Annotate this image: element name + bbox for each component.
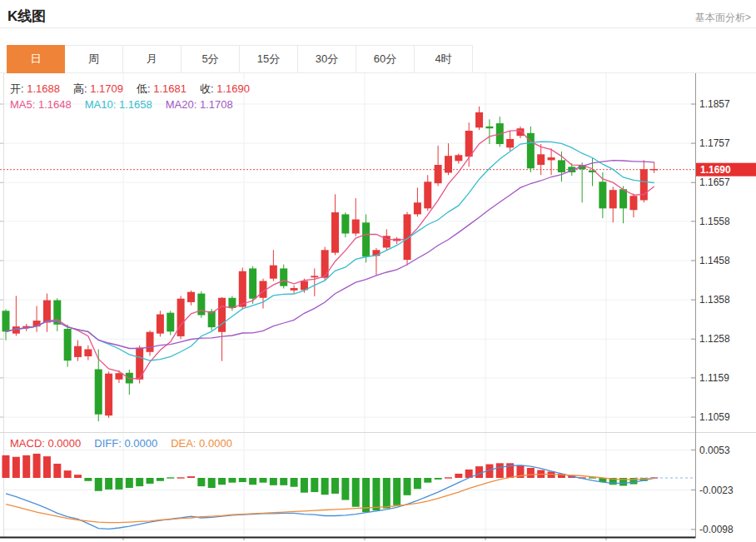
macd-bar: [424, 478, 431, 483]
svg-text:-0.0023: -0.0023: [699, 485, 734, 496]
candle: [537, 154, 545, 165]
candle: [609, 190, 617, 208]
candle: [167, 313, 174, 332]
candle: [197, 294, 205, 316]
macd-bar: [455, 474, 462, 478]
macd-bar: [311, 478, 318, 492]
macd-bar: [95, 478, 102, 491]
legend-item: MA5: 1.1648: [10, 98, 72, 111]
candle: [208, 311, 216, 327]
candle: [84, 349, 92, 356]
macd-bar: [208, 478, 216, 488]
candle: [270, 266, 277, 279]
macd-bar: [136, 478, 143, 486]
macd-bar: [115, 478, 122, 490]
candle: [424, 181, 431, 208]
macd-bar: [341, 478, 349, 500]
candle: [64, 329, 72, 361]
candle: [465, 131, 473, 157]
macd-bar: [383, 478, 390, 509]
macd-bar: [2, 455, 10, 478]
candle: [321, 250, 329, 277]
candle: [218, 298, 226, 332]
candle: [74, 346, 82, 357]
macd-bar: [43, 456, 51, 478]
ma10-line: [6, 142, 654, 361]
macd-bar: [291, 478, 298, 487]
macd-bar: [527, 468, 535, 478]
candle: [640, 169, 648, 200]
candle: [311, 276, 318, 277]
macd-bar: [197, 478, 205, 486]
macd-bar: [475, 466, 483, 478]
candle: [414, 202, 421, 214]
svg-text:1.1558: 1.1558: [699, 216, 730, 227]
legend-item: 开: 1.1688: [10, 82, 60, 95]
macd-bar: [187, 476, 195, 478]
candle: [455, 155, 462, 161]
svg-text:1.1358: 1.1358: [699, 294, 730, 306]
macd-bar: [321, 478, 329, 495]
macd-bar: [435, 478, 442, 480]
candle: [239, 271, 246, 307]
macd-bar: [33, 454, 41, 478]
candle: [291, 288, 298, 291]
macd-bar: [301, 478, 308, 493]
svg-text:-0.0098: -0.0098: [699, 524, 734, 535]
macd-bar: [496, 463, 504, 478]
candle: [506, 139, 514, 147]
candle: [650, 169, 658, 171]
macd-bar: [393, 478, 400, 505]
legend-item: 高: 1.1709: [73, 82, 123, 95]
macd-bar: [218, 478, 226, 485]
macd-bar: [157, 478, 164, 481]
svg-text:1.1258: 1.1258: [699, 333, 730, 345]
candle: [341, 214, 349, 233]
candle: [177, 299, 185, 336]
current-price-label: 1.1690: [700, 164, 731, 176]
macd-bar: [414, 478, 421, 489]
svg-text:1.1159: 1.1159: [699, 372, 729, 384]
kline-widget: { "header": { "title": "K线图", "link_labe…: [0, 0, 756, 542]
legend-item: DIFF: 0.0000: [94, 437, 157, 450]
svg-text:1.1657: 1.1657: [699, 177, 730, 188]
macd-bar: [147, 478, 154, 484]
candle: [485, 127, 493, 128]
macd-bar: [126, 478, 133, 488]
legend-item: MA10: 1.1658: [85, 98, 152, 111]
macd-bar: [167, 477, 174, 478]
candle: [115, 373, 122, 380]
macd-bar: [270, 478, 277, 485]
candle: [280, 268, 287, 286]
macd-bar: [362, 478, 370, 512]
legend-item: 低: 1.1681: [137, 82, 187, 95]
macd-bar: [404, 478, 411, 495]
macd-bar: [74, 475, 82, 478]
macd-bar: [53, 464, 61, 478]
macd-bar: [64, 470, 72, 478]
candle: [445, 156, 452, 172]
macd-bar: [228, 478, 236, 483]
candle: [147, 332, 154, 352]
candle: [187, 292, 195, 302]
legend-item: 收: 1.1690: [200, 82, 250, 95]
svg-text:1.1458: 1.1458: [699, 255, 730, 266]
macd-bar: [84, 478, 92, 481]
svg-text:0.0053: 0.0053: [699, 445, 730, 456]
candle: [249, 268, 256, 298]
macd-bar: [372, 478, 380, 510]
candle: [352, 220, 360, 234]
ma20-line: [6, 161, 654, 349]
svg-text:1.1757: 1.1757: [699, 137, 730, 149]
macd-bar: [105, 478, 112, 490]
macd-bar: [352, 478, 360, 507]
candle: [95, 370, 102, 415]
candle: [548, 157, 555, 160]
macd-bar: [331, 478, 339, 494]
candles-layer: [2, 107, 659, 421]
candle: [599, 181, 606, 208]
candle: [105, 374, 112, 415]
candle: [475, 112, 483, 127]
candle: [558, 160, 565, 172]
ma-legend: MA5: 1.1648MA10: 1.1658MA20: 1.1708: [10, 98, 246, 111]
